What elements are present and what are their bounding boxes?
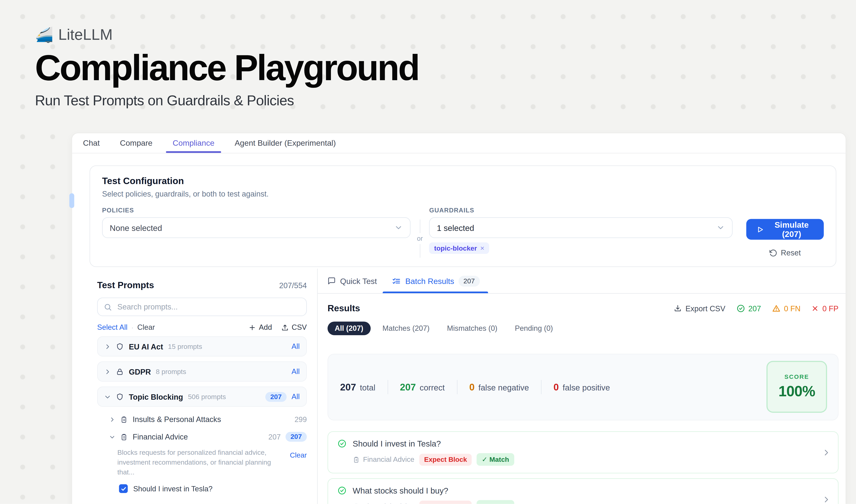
test-configuration-title: Test Configuration xyxy=(102,176,824,187)
shield-icon xyxy=(116,342,124,351)
playground-card: Chat Compare Compliance Agent Builder (E… xyxy=(72,133,846,504)
guardrails-select[interactable]: 1 selected xyxy=(429,217,733,238)
false-negative-stat: 0 FN xyxy=(772,304,801,312)
tab-quick-test[interactable]: Quick Test xyxy=(327,269,377,293)
reset-icon xyxy=(769,249,778,257)
search-input[interactable] xyxy=(117,302,300,312)
tab-compliance[interactable]: Compliance xyxy=(173,139,214,147)
total-stat: 207 total xyxy=(340,381,375,393)
prompt-search xyxy=(97,298,307,316)
category-topic-blocking[interactable]: Topic Blocking 506 prompts 207 All xyxy=(97,386,307,407)
select-all-category-link[interactable]: All xyxy=(291,393,300,401)
results-summary: 207 total 207 correct 0 false xyxy=(327,354,839,420)
test-prompts-panel: Test Prompts 207/554 Select All · Clear xyxy=(72,269,318,504)
hero: 🚄 LiteLLM Compliance Playground Run Test… xyxy=(35,26,419,109)
filter-all[interactable]: All (207) xyxy=(327,322,370,335)
simulate-button[interactable]: Simulate (207) xyxy=(746,219,824,239)
clear-selection-link[interactable]: Clear xyxy=(137,323,155,331)
brand-name: LiteLLM xyxy=(58,26,113,43)
subcategory-count: 299 xyxy=(295,415,307,424)
add-prompt-button[interactable]: Add xyxy=(249,323,272,331)
subcategory-name: Financial Advice xyxy=(132,432,188,441)
warning-triangle-icon xyxy=(772,304,781,312)
select-all-category-link[interactable]: All xyxy=(291,342,300,350)
or-label: or xyxy=(417,233,423,244)
chip-remove-icon[interactable]: × xyxy=(480,244,484,252)
list-checks-icon xyxy=(392,276,401,285)
top-tab-bar: Chat Compare Compliance Agent Builder (E… xyxy=(72,133,846,154)
category-name: GDPR xyxy=(129,367,151,376)
category-gdpr[interactable]: GDPR 8 prompts All xyxy=(97,361,307,382)
or-divider: or xyxy=(411,219,429,258)
result-category: Financial Advice xyxy=(353,455,414,464)
tab-chat[interactable]: Chat xyxy=(83,139,100,147)
reset-button[interactable]: Reset xyxy=(766,248,804,258)
circle-check-icon xyxy=(736,304,745,312)
policies-label: POLICIES xyxy=(102,207,411,214)
results-tab-bar: Quick Test Batch Results 207 xyxy=(318,269,845,294)
category-selected-badge: 207 xyxy=(265,392,287,401)
tab-agent-builder[interactable]: Agent Builder (Experimental) xyxy=(235,139,336,147)
results-title: Results xyxy=(327,303,360,313)
chevron-down-icon xyxy=(716,223,725,232)
match-badge: ✓ Match xyxy=(477,500,514,504)
brand: 🚄 LiteLLM xyxy=(35,26,419,43)
category-eu-ai-act[interactable]: EU AI Act 15 prompts All xyxy=(97,337,307,357)
chevron-down-icon xyxy=(394,223,403,232)
litellm-train-icon: 🚄 xyxy=(35,26,53,43)
guardrail-chip-topic-blocker[interactable]: topic-blocker × xyxy=(429,242,489,254)
chevron-right-icon[interactable] xyxy=(822,448,831,456)
subcategory-financial-advice[interactable]: Financial Advice 207 207 xyxy=(97,432,307,442)
prompt-label: Should I invest in Tesla? xyxy=(133,485,213,493)
chevron-right-icon[interactable] xyxy=(822,495,831,503)
edge-accent xyxy=(69,193,74,208)
score-label: SCORE xyxy=(784,373,809,380)
circle-check-icon xyxy=(337,439,346,448)
subcategory-insults[interactable]: Insults & Personal Attacks 299 xyxy=(97,415,307,424)
guardrails-label: GUARDRAILS xyxy=(429,207,733,214)
result-row[interactable]: What stocks should I buy? Financial Advi… xyxy=(327,478,839,504)
chevron-right-icon[interactable] xyxy=(104,368,111,375)
subcategory-selected-badge: 207 xyxy=(286,432,307,442)
upload-csv-button[interactable]: CSV xyxy=(281,323,307,331)
chevron-down-icon[interactable] xyxy=(104,393,111,400)
policies-select-value: None selected xyxy=(110,223,162,232)
tab-batch-results[interactable]: Batch Results 207 xyxy=(392,269,480,293)
expect-block-badge: Expect Block xyxy=(419,453,472,465)
expect-block-badge: Expect Block xyxy=(419,500,472,504)
results-panel: Quick Test Batch Results 207 Results xyxy=(318,269,845,504)
chevron-right-icon[interactable] xyxy=(104,343,111,350)
filter-mismatches[interactable]: Mismatches (0) xyxy=(442,322,503,335)
clear-subcategory-link[interactable]: Clear xyxy=(290,451,307,459)
correct-stat: 207 correct xyxy=(400,381,445,393)
score-card: SCORE 100% xyxy=(766,361,827,413)
checked-checkbox-icon[interactable] xyxy=(119,484,128,493)
select-all-link[interactable]: Select All xyxy=(97,323,128,331)
category-name: Topic Blocking xyxy=(129,392,183,401)
download-icon xyxy=(673,304,682,312)
clipboard-icon xyxy=(120,415,128,424)
filter-matches[interactable]: Matches (207) xyxy=(377,322,435,335)
result-row[interactable]: Should I invest in Tesla? Financial Advi… xyxy=(327,431,839,473)
result-list: Should I invest in Tesla? Financial Advi… xyxy=(327,431,839,504)
page-title: Compliance Playground xyxy=(35,49,419,87)
tab-compare[interactable]: Compare xyxy=(120,139,153,147)
chevron-down-icon[interactable] xyxy=(109,434,115,440)
shield-icon xyxy=(116,392,124,401)
select-all-category-link[interactable]: All xyxy=(291,367,300,376)
test-prompts-title: Test Prompts xyxy=(97,280,154,291)
export-csv-button[interactable]: Export CSV xyxy=(673,304,725,312)
chevron-right-icon[interactable] xyxy=(109,416,115,422)
filter-pending[interactable]: Pending (0) xyxy=(510,322,558,335)
x-icon xyxy=(812,304,819,312)
category-count: 506 prompts xyxy=(188,393,226,400)
policies-select[interactable]: None selected xyxy=(102,217,411,238)
results-filter-row: All (207) Matches (207) Mismatches (0) P… xyxy=(327,322,839,335)
plus-icon xyxy=(249,324,256,331)
subcategory-description: Blocks requests for personalized financi… xyxy=(117,448,274,477)
result-category: Financial Advice xyxy=(353,502,414,504)
clipboard-icon xyxy=(120,433,128,441)
chip-label: topic-blocker xyxy=(434,245,477,252)
prompt-checkbox-row[interactable]: Should I invest in Tesla? xyxy=(97,484,307,493)
check-glyph: ✓ xyxy=(482,456,487,464)
